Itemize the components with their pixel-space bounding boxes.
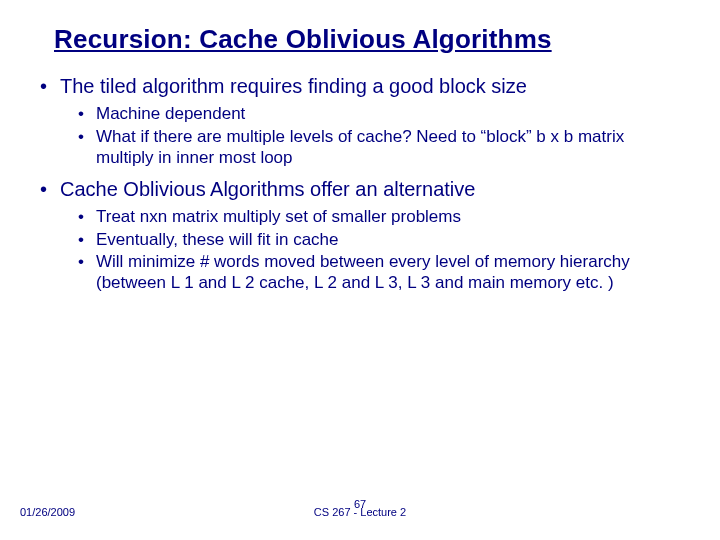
bullet-level2: Will minimize # words moved between ever… — [76, 252, 684, 293]
bullet-text: Eventually, these will fit in cache — [96, 230, 339, 249]
bullet-level1: The tiled algorithm requires finding a g… — [36, 74, 684, 169]
bullet-text: The tiled algorithm requires finding a g… — [60, 75, 527, 97]
bullet-list: The tiled algorithm requires finding a g… — [36, 74, 684, 294]
bullet-text: Cache Oblivious Algorithms offer an alte… — [60, 178, 475, 200]
slide-title: Recursion: Cache Oblivious Algorithms — [54, 24, 552, 55]
bullet-text: What if there are multiple levels of cac… — [96, 127, 624, 167]
bullet-text: Machine dependent — [96, 104, 245, 123]
bullet-level2: Eventually, these will fit in cache — [76, 230, 684, 251]
slide-body: The tiled algorithm requires finding a g… — [36, 74, 684, 302]
bullet-level2: What if there are multiple levels of cac… — [76, 127, 684, 168]
bullet-text: Will minimize # words moved between ever… — [96, 252, 630, 292]
footer-course: CS 267 - Lecture 2 — [0, 506, 720, 518]
bullet-level2: Machine dependent — [76, 104, 684, 125]
bullet-level1: Cache Oblivious Algorithms offer an alte… — [36, 177, 684, 294]
sub-bullet-list: Machine dependent What if there are mult… — [76, 104, 684, 168]
slide: Recursion: Cache Oblivious Algorithms Th… — [0, 0, 720, 540]
bullet-text: Treat nxn matrix multiply set of smaller… — [96, 207, 461, 226]
sub-bullet-list: Treat nxn matrix multiply set of smaller… — [76, 207, 684, 294]
bullet-level2: Treat nxn matrix multiply set of smaller… — [76, 207, 684, 228]
